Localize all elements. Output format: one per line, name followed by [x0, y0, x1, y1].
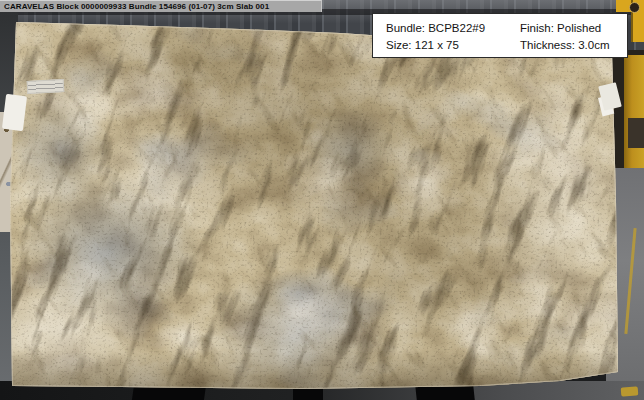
- info-size: Size: 121 x 75: [386, 37, 510, 53]
- slab-sticker-left: [27, 79, 65, 94]
- info-bundle: Bundle: BCPB22#9: [386, 20, 510, 36]
- slab-label-bar: CARAVELAS Block 0000009933 Bundle 154696…: [0, 0, 322, 12]
- slab-photo-stage: CARAVELAS Block 0000009933 Bundle 154696…: [0, 0, 644, 400]
- slab-sticker-scrap: [2, 94, 27, 131]
- info-finish: Finish: Polished: [520, 20, 623, 36]
- slab-label-text: CARAVELAS Block 0000009933 Bundle 154696…: [4, 2, 269, 11]
- granite-slab: [0, 0, 644, 400]
- slab-info-box: Bundle: BCPB22#9 Finish: Polished Size: …: [372, 13, 628, 58]
- slab-surface: [0, 0, 644, 400]
- info-thickness: Thickness: 3.0cm: [520, 37, 623, 53]
- slab-speckle-layer: [0, 0, 644, 400]
